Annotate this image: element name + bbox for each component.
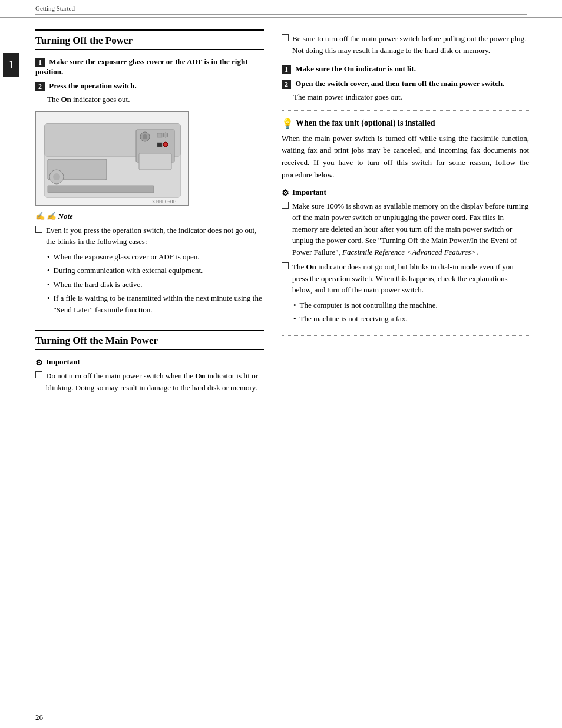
svg-rect-11 xyxy=(139,153,171,170)
important-r-item1-text: Make sure 100% is shown as available mem… xyxy=(292,200,529,258)
important-r-item1: Make sure 100% is shown as available mem… xyxy=(282,200,529,258)
step2-text: Press the operation switch. xyxy=(49,81,137,90)
important-title-left: ⚙ Important xyxy=(35,357,264,367)
right-bullet-text-1: The computer is not controlling the mach… xyxy=(300,299,438,311)
right-step1-label: 1 xyxy=(282,65,291,74)
tip-icon: 💡 xyxy=(282,118,293,129)
right-step1-text: Make sure the On indicator is not lit. xyxy=(295,64,416,73)
checkbox-icon-r1 xyxy=(282,34,289,41)
svg-point-10 xyxy=(163,142,168,147)
checkbox-icon xyxy=(35,226,42,233)
bullet-text-1: When the exposure glass cover or ADF is … xyxy=(54,251,200,263)
step1-block: 1 Make sure the exposure glass cover or … xyxy=(35,57,264,77)
left-column: Turning Off the Power 1 Make sure the ex… xyxy=(22,29,276,689)
important-item1-text: Do not turn off the main power switch wh… xyxy=(46,370,264,393)
note-icon: ✍ xyxy=(47,212,56,220)
svg-rect-12 xyxy=(48,186,154,193)
header-text: Getting Started xyxy=(35,5,75,12)
bullet-text-2: During communication with external equip… xyxy=(54,265,203,276)
side-tab: 1 xyxy=(0,18,22,707)
svg-text:ZFFH060E: ZFFH060E xyxy=(152,199,177,205)
machine-image: ZFFH060E xyxy=(35,111,189,206)
svg-rect-9 xyxy=(157,143,162,147)
right-step2-desc: The main power indicator goes out. xyxy=(293,91,529,103)
right-step2-text: Open the switch cover, and then turn off… xyxy=(295,79,504,88)
dotted-sep-1 xyxy=(282,110,529,111)
right-column: Be sure to turn off the main power switc… xyxy=(276,29,547,689)
step1-text: Make sure the exposure glass cover or th… xyxy=(35,57,248,76)
note-item1: Even if you press the operation switch, … xyxy=(35,225,264,248)
fax-tip-title: 💡 When the fax unit (optional) is instal… xyxy=(282,118,529,129)
content-area: 1 Turning Off the Power 1 Make sure the … xyxy=(0,18,562,707)
bullet-dot-3: • xyxy=(47,279,50,291)
fax-tip-body: When the main power switch is turned off… xyxy=(282,133,529,182)
important-item1: Do not turn off the main power switch wh… xyxy=(35,370,264,393)
svg-rect-7 xyxy=(157,133,162,137)
checkbox-icon-ri2 xyxy=(282,262,289,269)
checkbox-icon-imp1 xyxy=(35,371,42,378)
important-icon-left: ⚙ xyxy=(35,358,44,366)
right-step1-block: 1 Make sure the On indicator is not lit. xyxy=(282,64,529,74)
step2-block: 2 Press the operation switch. The On ind… xyxy=(35,81,264,106)
important-icon-right: ⚙ xyxy=(282,188,290,196)
step2-label: 2 xyxy=(35,82,45,91)
bullet-list: • When the exposure glass cover or ADF i… xyxy=(47,251,264,316)
bullet-text-4: If a file is waiting to be transmitted w… xyxy=(54,292,264,315)
tab-number: 1 xyxy=(3,53,19,77)
bullet-item-4: • If a file is waiting to be transmitted… xyxy=(47,292,264,315)
right-pre-item1-text: Be sure to turn off the main power switc… xyxy=(292,33,529,56)
right-step2-label: 2 xyxy=(282,80,291,89)
svg-point-6 xyxy=(143,134,147,139)
right-bullet-text-2: The machine is not receiving a fax. xyxy=(300,313,408,325)
dotted-sep-2 xyxy=(282,335,529,336)
important-r-item2: The On indicator does not go out, but bl… xyxy=(282,261,529,296)
bullet-item-1: • When the exposure glass cover or ADF i… xyxy=(47,251,264,263)
right-pre-item1: Be sure to turn off the main power switc… xyxy=(282,33,529,56)
svg-point-8 xyxy=(163,133,168,137)
bullet-dot-4: • xyxy=(47,292,50,304)
right-step2-block: 2 Open the switch cover, and then turn o… xyxy=(282,79,529,103)
bullet-dot-2: • xyxy=(47,265,50,276)
fax-tip-section: 💡 When the fax unit (optional) is instal… xyxy=(282,118,529,182)
right-bullet-dot-2: • xyxy=(293,313,296,325)
svg-point-14 xyxy=(53,173,60,180)
note-item1-text: Even if you press the operation switch, … xyxy=(46,225,264,248)
right-bullet-list: • The computer is not controlling the ma… xyxy=(293,299,529,325)
step2-desc: The On indicator goes out. xyxy=(47,94,264,106)
checkbox-icon-ri1 xyxy=(282,202,289,209)
step1-label: 1 xyxy=(35,58,45,67)
bullet-item-3: • When the hard disk is active. xyxy=(47,279,264,291)
important-r-item2-text: The On indicator does not go out, but bl… xyxy=(292,261,529,296)
note-title: ✍ Note xyxy=(35,212,264,221)
note-section: ✍ Note Even if you press the operation s… xyxy=(35,212,264,316)
page-number: 26 xyxy=(0,707,562,728)
header: Getting Started xyxy=(0,0,562,18)
bullet-dot: • xyxy=(47,251,50,263)
bullet-item-2: • During communication with external equ… xyxy=(47,265,264,276)
section-title-main-power: Turning Off the Main Power xyxy=(35,330,264,350)
right-bullet-item-2: • The machine is not receiving a fax. xyxy=(293,313,529,325)
important-title-right: ⚙ Important xyxy=(282,187,529,197)
right-bullet-dot-1: • xyxy=(293,299,296,311)
bullet-text-3: When the hard disk is active. xyxy=(54,279,143,291)
section-title-power: Turning Off the Power xyxy=(35,29,264,50)
main-content: Turning Off the Power 1 Make sure the ex… xyxy=(22,18,562,707)
right-bullet-item-1: • The computer is not controlling the ma… xyxy=(293,299,529,311)
page: Getting Started 1 Turning Off the Power … xyxy=(0,0,562,728)
